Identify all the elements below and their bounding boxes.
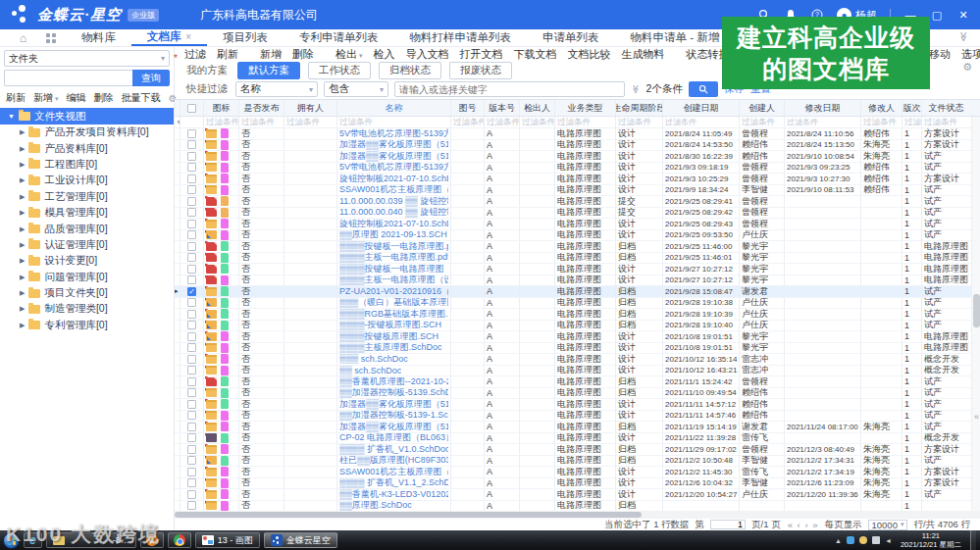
row-checkbox[interactable]: [187, 456, 196, 465]
filter-cell[interactable]: 过滤条件: [204, 117, 239, 127]
table-row[interactable]: 否加湿器▒▒雾化板原理图（5139）A电路原理图设计2021/11/11 14:…: [175, 399, 980, 411]
document-name-link[interactable]: ▒▒原理图 2021-09-13.SCH: [339, 230, 447, 241]
close-button[interactable]: ✕: [956, 9, 970, 22]
tray-arrow-icon[interactable]: ▲: [835, 537, 842, 544]
filter-operator-select[interactable]: 包含 ▾: [324, 81, 388, 97]
row-checkbox[interactable]: [187, 400, 196, 409]
toolbar-过滤[interactable]: 过滤: [184, 47, 206, 62]
row-checkbox[interactable]: [187, 253, 196, 262]
document-name-link[interactable]: ▒▒▒▒主板一电路原理图.pdf: [339, 253, 448, 264]
document-name-link[interactable]: 11.0.000.00.040 ▒▒ 旋钮控制板线: [339, 208, 448, 219]
row-checkbox[interactable]: [187, 265, 196, 274]
tab-overflow-icon[interactable]: ≫: [957, 31, 968, 41]
row-checkbox[interactable]: [187, 129, 196, 138]
tree-item[interactable]: ▶品质管理库[0]: [0, 221, 174, 236]
row-checkbox[interactable]: [187, 230, 196, 239]
filter-cell[interactable]: 过滤条件: [740, 117, 785, 127]
tree-item[interactable]: ▶工艺管理库[0]: [0, 189, 174, 205]
home-icon[interactable]: ⌂: [10, 29, 36, 46]
table-row[interactable]: 否▒▒香薰机-K3-LED3-V012021-12A电路原理图设计2021/12…: [175, 489, 980, 501]
toolbar-删除[interactable]: 删除: [292, 47, 314, 62]
table-row[interactable]: 否▒▒原理图 2021-09-13.SCHA电路原理图设计2021/9/25 0…: [175, 230, 980, 242]
horizontal-scrollbar[interactable]: [175, 511, 980, 519]
document-name-link[interactable]: 5V带电池机芯原理图-5139方案.Sc: [339, 128, 448, 139]
table-row[interactable]: 否▒▒▒▒按键板原理图.SCHA电路原理图设计2021/10/8 19:01:5…: [175, 331, 980, 343]
vertical-scrollbar[interactable]: [971, 117, 980, 511]
table-row[interactable]: 否▒▒▒▒-按键板原理图.SCHA电路原理图归档2021/9/28 19:10:…: [175, 321, 980, 332]
document-name-link[interactable]: ▒▒▒▒主板原理图.SchDoc: [339, 343, 442, 354]
document-name-link[interactable]: ▒▒ sch.SchDoc: [339, 366, 401, 375]
filter-cell[interactable]: 过滤条件: [337, 117, 451, 127]
table-row[interactable]: 否▒▒加湿器控制板-5139-1.SchDocA电路原理图设计2021/11/1…: [175, 411, 980, 423]
row-checkbox[interactable]: [187, 175, 196, 183]
toolbar-打开文档[interactable]: 打开文档: [459, 47, 502, 62]
row-checkbox[interactable]: [187, 185, 196, 194]
table-row[interactable]: 否加湿器▒▒雾化板原理图（5139）A电路原理图设计2021/8/30 16:2…: [175, 151, 980, 163]
table-row[interactable]: 否柱已▒▒版原理图(HC89F303B).SA电路原理图归档2021/12/2 …: [175, 456, 980, 468]
row-checkbox[interactable]: [187, 275, 196, 284]
tree-item[interactable]: ▶项目文件夹[0]: [0, 285, 174, 301]
scheme-button-工作状态[interactable]: 工作状态: [308, 62, 371, 79]
row-checkbox[interactable]: [187, 355, 196, 364]
tab-专利申请单列表[interactable]: 专利申请单列表: [284, 29, 394, 46]
row-checkbox[interactable]: [187, 411, 196, 420]
row-checkbox[interactable]: [187, 220, 196, 228]
taskbar-button-player[interactable]: ▶: [140, 532, 164, 548]
table-row[interactable]: 否▒▒▒▒按键板一电路原理图（A电路原理图设计2021/9/27 10:27:1…: [175, 264, 980, 275]
table-row[interactable]: 否加湿器▒▒雾化板原理图（5139）A电路原理图设计2021/8/24 14:5…: [175, 140, 980, 152]
document-name-link[interactable]: 柱已▒▒版原理图(HC89F303B).S: [339, 456, 448, 467]
document-name-link[interactable]: ▒▒▒（暖白）基础版本原理图: [339, 298, 448, 309]
document-name-link[interactable]: ▒▒▒▒-按键板原理图.SCH: [339, 321, 441, 331]
show-desktop-button[interactable]: [970, 530, 976, 550]
page-input[interactable]: [710, 520, 746, 529]
scheme-button-默认方案[interactable]: 默认方案: [237, 62, 300, 79]
collapse-handle-icon[interactable]: «: [974, 412, 979, 422]
document-name-link[interactable]: ▒▒原理图.SchDoc: [339, 501, 412, 512]
filter-cell[interactable]: 过滤条件: [903, 117, 922, 127]
document-name-link[interactable]: 旋钮控制板2021-07-10.SchDoc: [339, 219, 448, 229]
table-row[interactable]: 否5V带电池机芯原理图-5139方案.ScA电路原理图设计2021/9/3 09…: [175, 163, 980, 175]
network-icon[interactable]: [872, 536, 880, 544]
filter-cell[interactable]: 过滤条件: [239, 117, 284, 127]
tree-item[interactable]: ▶工程图库[0]: [0, 157, 174, 173]
taskbar-clock[interactable]: 11:21 2021/12/21 星期二: [897, 531, 965, 550]
document-name-link[interactable]: 5V带电池机芯原理图-5139方案.Sc: [339, 163, 448, 174]
filter-cell[interactable]: 过滤条件: [520, 117, 555, 127]
tree-item[interactable]: ▶认证管理库[0]: [0, 237, 174, 253]
filter-cell[interactable]: 过滤条件: [616, 117, 663, 127]
prev-page-icon[interactable]: ‹: [798, 520, 800, 530]
tab-物料申请单 - 新增[interactable]: 物料申请单 - 新增: [615, 29, 736, 46]
document-name-link[interactable]: 加湿器▒▒雾化板原理图（5139）: [339, 140, 448, 151]
tab-物料库[interactable]: 物料库: [66, 29, 131, 46]
toolbar-新增[interactable]: 新增: [260, 47, 282, 62]
taskbar-button-ie[interactable]: e: [24, 532, 42, 548]
tree-search-input[interactable]: [4, 70, 132, 86]
tree-item[interactable]: ▶产品开发项目资料库[0]: [0, 125, 174, 140]
volume-icon[interactable]: ◄: [885, 537, 892, 544]
table-row[interactable]: 否▒▒香薰机原理图--2021-10-26.pdA电路原理图归档2021/11/…: [175, 376, 980, 388]
row-checkbox[interactable]: [187, 321, 196, 329]
last-page-icon[interactable]: »: [812, 520, 817, 530]
table-row[interactable]: 否▒▒▒（暖白）基础版本原理图A电路原理图归档2021/9/28 19:10:3…: [175, 298, 980, 310]
left-tool-编辑[interactable]: 编辑: [66, 91, 85, 105]
filter-cell[interactable]: 过滤条件: [555, 117, 616, 127]
row-checkbox[interactable]: [187, 468, 196, 476]
toolbar-文档比较[interactable]: 文档比较: [567, 47, 610, 62]
table-row[interactable]: 否旋钮控制板2021-07-10.SchDocA电路原理图设计2021/9/3 …: [175, 174, 980, 185]
row-checkbox[interactable]: [187, 298, 196, 307]
toolbar-生成物料[interactable]: 生成物料: [621, 47, 664, 62]
document-name-link[interactable]: ▒▒▒▒RGB基础版本原理图.SCH: [339, 309, 448, 320]
document-name-link[interactable]: PZ-UA201-V01-20210916（ C: [339, 286, 448, 297]
document-name-link[interactable]: 旋钮控制板2021-07-10.SchDoc: [339, 174, 448, 184]
table-row[interactable]: 否▒▒▒▒按键板一电路原理图.pdA电路原理图归档2021/9/25 11:46…: [175, 241, 980, 253]
document-name-link[interactable]: ▒▒香薰机原理图--2021-10-26.pd: [339, 376, 448, 387]
table-row[interactable]: 否加湿器▒▒雾化板原理图（5139）A电路原理图归档2021/11/19 15:…: [175, 422, 980, 433]
gear-icon[interactable]: ⚙: [962, 61, 972, 74]
table-row[interactable]: 否▒▒▒▒RGB基础版本原理图.SCHA电路原理图归档2021/9/28 19:…: [175, 309, 980, 321]
document-name-link[interactable]: ▒▒▒▒按键板原理图.SCH: [339, 331, 438, 342]
document-name-link[interactable]: ▒▒▒▒ 扩香机_V1.1_2.SchDo: [339, 478, 448, 489]
row-checkbox[interactable]: [187, 445, 196, 454]
table-row[interactable]: 否▒▒▒▒主板一电路原理图.pdfA电路原理图归档2021/9/25 11:46…: [175, 253, 980, 265]
document-name-link[interactable]: ▒▒▒ sch.SchDoc: [339, 354, 408, 364]
tree-search-button[interactable]: 查询: [132, 70, 170, 86]
